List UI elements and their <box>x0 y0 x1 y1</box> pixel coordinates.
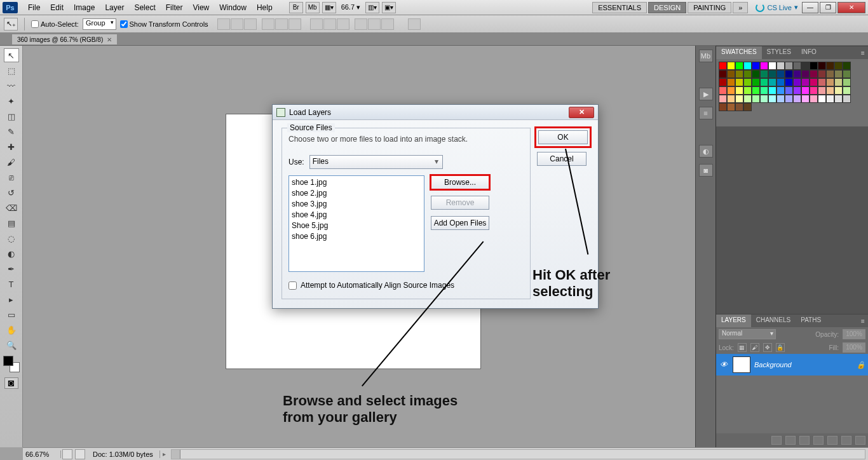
swatch[interactable] <box>826 95 834 103</box>
lock-pixels-icon[interactable]: 🖌 <box>750 343 759 352</box>
auto-select-dropdown[interactable]: Group <box>83 18 116 30</box>
swatch[interactable] <box>834 78 843 86</box>
tool-dodge[interactable]: ◐ <box>4 247 19 260</box>
quickmask-toggle[interactable]: ◙ <box>4 377 18 389</box>
file-list-item[interactable]: shoe 2.jpg <box>292 188 421 199</box>
swatch[interactable] <box>768 78 776 86</box>
distribute-btn[interactable] <box>355 18 367 30</box>
panel-menu-icon[interactable]: ≡ <box>858 315 868 327</box>
layer-fx-icon[interactable] <box>785 436 796 445</box>
swatch[interactable] <box>719 70 727 78</box>
panel-menu-icon[interactable]: ≡ <box>858 46 868 59</box>
move-tool-icon[interactable]: ↖₊ <box>4 18 18 30</box>
swatch[interactable] <box>785 95 793 103</box>
swatch[interactable] <box>719 95 727 103</box>
swatch[interactable] <box>801 86 810 95</box>
menu-select[interactable]: Select <box>129 3 160 12</box>
minimize-button[interactable]: — <box>802 2 818 13</box>
swatch[interactable] <box>760 70 768 78</box>
fill-field[interactable]: 100% <box>843 342 865 353</box>
status-nav-left[interactable] <box>62 449 72 459</box>
document-tab[interactable]: 360 images @ 66.7% (RGB/8) ✕ <box>11 34 118 45</box>
tool-lasso[interactable]: 〰 <box>4 79 19 93</box>
new-layer-icon[interactable] <box>841 436 851 445</box>
swatch[interactable] <box>834 95 843 103</box>
blend-mode-select[interactable]: Normal <box>719 329 776 339</box>
file-list-item[interactable]: shoe 1.jpg <box>292 177 421 188</box>
swatch[interactable] <box>768 95 776 103</box>
swatch[interactable] <box>735 78 743 86</box>
swatch[interactable] <box>735 103 743 111</box>
swatch[interactable] <box>760 95 768 103</box>
swatch[interactable] <box>735 86 743 95</box>
swatch[interactable] <box>776 62 785 70</box>
cslive-button[interactable]: CS Live ▾ <box>756 3 798 12</box>
swatch[interactable] <box>843 95 851 103</box>
minibridge-panel-icon[interactable]: Mb <box>699 50 713 62</box>
swatch[interactable] <box>801 70 810 78</box>
swatch[interactable] <box>743 78 752 86</box>
swatch[interactable] <box>793 62 801 70</box>
tool-wand[interactable]: ✦ <box>4 94 19 108</box>
status-docsize[interactable]: Doc: 1.03M/0 bytes <box>86 450 160 458</box>
new-group-icon[interactable] <box>827 436 837 445</box>
align-btn[interactable] <box>244 18 257 30</box>
history-panel-icon[interactable]: ▶ <box>699 88 713 100</box>
swatch[interactable] <box>810 62 818 70</box>
swatch[interactable] <box>834 86 843 95</box>
file-list-item[interactable]: shoe 6.jpg <box>292 231 421 242</box>
swatch[interactable] <box>743 103 752 111</box>
swatch[interactable] <box>793 86 801 95</box>
swatch[interactable] <box>810 78 818 86</box>
swatch[interactable] <box>743 86 752 95</box>
swatch[interactable] <box>743 95 752 103</box>
swatch[interactable] <box>735 62 743 70</box>
status-nav-right[interactable] <box>75 449 85 459</box>
menu-image[interactable]: Image <box>69 3 100 12</box>
tool-gradient[interactable]: ▤ <box>4 216 19 230</box>
distribute-btn[interactable] <box>337 18 349 30</box>
swatch[interactable] <box>843 78 851 86</box>
cancel-button[interactable]: Cancel <box>537 152 587 166</box>
swatch[interactable] <box>818 70 826 78</box>
document-close-icon[interactable]: ✕ <box>107 36 112 43</box>
align-btn[interactable] <box>231 18 243 30</box>
swatch[interactable] <box>785 78 793 86</box>
swatch[interactable] <box>719 103 727 111</box>
zoom-value[interactable]: 66.7 <box>341 3 355 11</box>
swatch[interactable] <box>843 70 851 78</box>
file-list-item[interactable]: Shoe 5.jpg <box>292 220 421 231</box>
swatch[interactable] <box>826 86 834 95</box>
show-transform-checkbox[interactable]: Show Transform Controls <box>120 20 208 28</box>
swatch[interactable] <box>719 78 727 86</box>
swatch[interactable] <box>727 95 735 103</box>
tool-move[interactable]: ↖ <box>4 48 19 62</box>
swatch[interactable] <box>785 70 793 78</box>
menu-layer[interactable]: Layer <box>100 3 129 12</box>
swatch[interactable] <box>743 70 752 78</box>
swatch[interactable] <box>719 62 727 70</box>
masks-panel-icon[interactable]: ◙ <box>699 164 713 177</box>
tool-eraser[interactable]: ⌫ <box>4 201 19 215</box>
swatch[interactable] <box>752 86 760 95</box>
swatch[interactable] <box>834 62 843 70</box>
tool-hand[interactable]: ✋ <box>4 323 19 337</box>
workspace-painting[interactable]: PAINTING <box>688 2 731 13</box>
menu-view[interactable]: View <box>187 3 214 12</box>
file-list-item[interactable]: shoe 4.jpg <box>292 210 421 220</box>
swatch[interactable] <box>818 95 826 103</box>
swatch[interactable] <box>719 86 727 95</box>
tab-channels[interactable]: CHANNELS <box>751 315 796 327</box>
view-extras-icon[interactable]: ▦▾ <box>322 2 336 13</box>
swatch[interactable] <box>785 62 793 70</box>
new-adj-layer-icon[interactable] <box>813 436 824 445</box>
file-list[interactable]: shoe 1.jpgshoe 2.jpgshoe 3.jpgshoe 4.jpg… <box>288 175 424 272</box>
swatch[interactable] <box>727 78 735 86</box>
tab-swatches[interactable]: SWATCHES <box>716 46 762 59</box>
menu-file[interactable]: File <box>23 3 45 12</box>
menu-filter[interactable]: Filter <box>161 3 188 12</box>
swatches-grid[interactable] <box>716 59 868 126</box>
swatch[interactable] <box>752 95 760 103</box>
status-zoom[interactable]: 66.67% <box>23 450 61 458</box>
tool-eyedropper[interactable]: ✎ <box>4 125 19 139</box>
